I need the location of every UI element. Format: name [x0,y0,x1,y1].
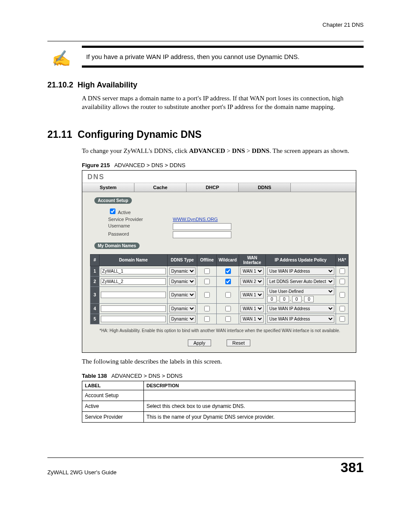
col-wildcard: Wildcard [217,254,239,266]
domain-name-field[interactable] [101,305,166,312]
wan-select[interactable]: WAN 1 [240,305,264,312]
note-text: If you have a private WAN IP address, th… [86,53,299,60]
offline-checkbox[interactable] [204,279,210,284]
ha-checkbox[interactable] [339,306,345,311]
username-field[interactable] [173,223,231,230]
ha-footnote: *HA: High Availability. Enable this opti… [100,328,352,333]
panel-title: DNS [82,171,356,183]
ddns-type-select[interactable]: Dynamic [169,278,196,285]
domain-table: # Domain Name DDNS Type Offline Wildcard… [90,254,349,324]
tab-dhcp[interactable]: DHCP [187,183,239,192]
desc-label: Active [82,401,144,412]
my-domain-names-bar: My Domain Names [94,243,140,249]
ip-octet[interactable] [280,296,289,302]
desc-text: Select this check box to use dynamic DNS… [144,401,355,412]
tab-ddns[interactable]: DDNS [239,183,291,192]
table-row: 3 Dynamic WAN 1 Use User-Defined . . . [90,286,349,303]
col-offline: Offline [197,254,217,266]
service-provider-link[interactable]: WWW.DynDNS.ORG [173,217,218,222]
domain-name-field[interactable] [101,316,166,322]
row-index: 5 [90,314,100,324]
domain-name-field[interactable] [101,278,166,285]
offline-checkbox[interactable] [204,292,210,298]
service-provider-label: Service Provider [108,217,173,222]
domain-name-field[interactable] [101,268,166,274]
row-index: 2 [90,276,100,286]
col-wan: WAN Interface [239,254,265,266]
wildcard-checkbox[interactable] [225,279,231,284]
account-setup-bar: Account Setup [94,197,132,204]
table-row: 2 Dynamic WAN 2 Let DDNS Server Auto Det… [90,276,349,286]
policy-select[interactable]: Use WAN IP Address [267,268,334,275]
policy-select[interactable]: Use User-Defined [267,288,334,295]
chapter-header: Chapter 21 DNS [47,22,364,28]
desc-head-label: LABEL [82,381,144,390]
active-label: Active [118,210,131,215]
table-row: ActiveSelect this check box to use dynam… [82,401,355,412]
tab-system[interactable]: System [82,183,134,192]
wildcard-checkbox[interactable] [225,268,231,274]
table-caption: Table 138 ADVANCED > DNS > DDNS [82,373,364,379]
ddns-type-select[interactable]: Dynamic [169,315,196,323]
handwriting-icon: ✍ [52,50,71,68]
reset-button[interactable]: Reset [227,339,250,346]
offline-checkbox[interactable] [204,316,210,322]
after-figure-text: The following table describes the labels… [82,357,364,366]
ha-checkbox[interactable] [339,268,345,274]
header-rule [47,41,364,41]
wildcard-checkbox[interactable] [225,292,231,298]
policy-select[interactable]: Use WAN IP Address [267,315,334,323]
desc-label: Account Setup [82,390,144,401]
table-row: Account Setup [82,390,355,401]
ddns-type-select[interactable]: Dynamic [169,268,196,275]
tab-cache[interactable]: Cache [134,183,187,192]
row-index: 4 [90,303,100,314]
page-number: 381 [341,460,364,476]
wildcard-checkbox[interactable] [225,316,231,322]
ip-octet[interactable] [292,296,302,302]
desc-text: This is the name of your Dynamic DNS ser… [144,412,355,423]
policy-select[interactable]: Use WAN IP Address [267,305,334,312]
password-field[interactable] [173,231,231,238]
section-21-10-2-heading: 21.10.2 High Availability [47,81,364,90]
section-title: High Availability [78,81,137,89]
row-index: 3 [90,286,100,303]
ddns-type-select[interactable]: Dynamic [169,291,196,299]
username-label: Username [108,223,173,230]
wan-select[interactable]: WAN 1 [240,268,264,275]
domain-name-field[interactable] [101,292,166,298]
col-type: DDNS Type [167,254,197,266]
desc-text [144,390,355,401]
section-title: Configuring Dynamic DNS [78,129,202,140]
ip-octet[interactable] [304,296,314,302]
table-row: Service ProviderThis is the name of your… [82,412,355,423]
wan-select[interactable]: WAN 1 [240,291,264,299]
wildcard-checkbox[interactable] [225,306,231,311]
active-checkbox[interactable] [110,208,115,214]
footer-guide: ZyWALL 2WG User's Guide [47,469,116,476]
section-21-11-para: To change your ZyWALL's DDNS, click ADVA… [82,146,364,155]
tab-bar: System Cache DHCP DDNS [82,183,356,192]
ha-checkbox[interactable] [339,292,345,298]
active-row: Active [108,207,268,215]
offline-checkbox[interactable] [204,268,210,274]
row-index: 1 [90,266,100,276]
wan-select[interactable]: WAN 1 [240,315,264,323]
ha-checkbox[interactable] [339,279,345,284]
description-table: LABEL DESCRIPTION Account SetupActiveSel… [82,381,355,423]
table-row: 5 Dynamic WAN 1 Use WAN IP Address [90,314,349,324]
apply-button[interactable]: Apply [188,339,211,346]
col-idx: # [90,254,100,266]
offline-checkbox[interactable] [204,306,210,311]
policy-select[interactable]: Let DDNS Server Auto Detect [267,278,334,285]
table-row: 1 Dynamic WAN 1 Use WAN IP Address [90,266,349,276]
note-block: ✍ If you have a private WAN IP address, … [82,46,364,68]
figure-caption: Figure 215 ADVANCED > DNS > DDNS [82,162,364,168]
ha-checkbox[interactable] [339,316,345,322]
section-number: 21.10.2 [47,81,73,89]
col-ha: HA* [336,254,348,266]
ip-octet[interactable] [267,296,277,302]
wan-select[interactable]: WAN 2 [240,278,264,285]
desc-head-desc: DESCRIPTION [144,381,355,390]
ddns-type-select[interactable]: Dynamic [169,305,196,312]
